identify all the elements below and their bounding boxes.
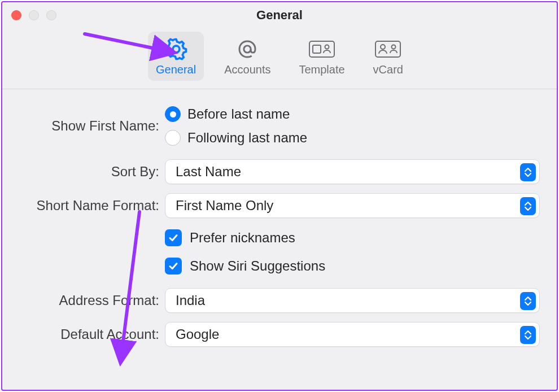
checkbox-label: Show Siri Suggestions [190, 258, 325, 274]
tab-label: vCard [373, 63, 403, 76]
svg-point-0 [173, 46, 180, 53]
tab-general[interactable]: General [148, 32, 204, 81]
svg-point-4 [325, 45, 329, 49]
svg-rect-3 [313, 45, 321, 53]
minimize-button[interactable] [29, 10, 39, 20]
radio-following-last-name[interactable]: Following last name [165, 130, 540, 146]
svg-point-7 [392, 45, 396, 49]
template-icon [308, 37, 336, 61]
label-default-account: Default Account: [19, 326, 165, 342]
checkmark-icon [165, 229, 182, 246]
vcard-icon [374, 37, 402, 61]
tab-label: General [156, 63, 196, 76]
tab-label: Template [299, 63, 344, 76]
preferences-window: General General Accounts [1, 1, 558, 391]
chevron-up-down-icon [520, 197, 536, 215]
zoom-button[interactable] [46, 10, 56, 20]
row-address-format: Address Format: India [19, 288, 540, 313]
tab-template[interactable]: Template [291, 32, 352, 81]
tab-label: Accounts [224, 63, 270, 76]
tab-vcard[interactable]: vCard [365, 32, 411, 81]
tab-accounts[interactable]: Accounts [216, 32, 278, 81]
label-sort-by: Sort By: [19, 164, 165, 180]
radio-label: Following last name [187, 130, 307, 146]
gear-icon [164, 37, 189, 61]
row-checkboxes: Prefer nicknames Show Siri Suggestions [19, 229, 540, 275]
checkbox-prefer-nicknames[interactable]: Prefer nicknames [165, 229, 540, 246]
select-value: India [176, 293, 205, 308]
row-short-name-format: Short Name Format: First Name Only [19, 193, 540, 218]
checkmark-icon [165, 258, 182, 275]
select-short-name-format[interactable]: First Name Only [165, 193, 540, 218]
select-address-format[interactable]: India [165, 288, 540, 313]
row-show-first-name: Show First Name: Before last name Follow… [19, 106, 540, 146]
at-sign-icon [235, 37, 259, 61]
radio-icon [165, 106, 181, 122]
chevron-up-down-icon [520, 326, 536, 344]
titlebar: General [2, 2, 557, 28]
close-button[interactable] [11, 10, 21, 20]
label-short-name-format: Short Name Format: [19, 198, 165, 214]
checkbox-show-siri-suggestions[interactable]: Show Siri Suggestions [165, 258, 540, 275]
checkbox-label: Prefer nicknames [190, 230, 295, 246]
window-title: General [2, 8, 557, 23]
toolbar: General Accounts Template [2, 28, 557, 89]
label-address-format: Address Format: [19, 293, 165, 308]
select-value: Google [176, 326, 219, 342]
window-controls [2, 10, 56, 20]
chevron-up-down-icon [520, 163, 536, 181]
svg-point-6 [381, 45, 385, 49]
row-default-account: Default Account: Google [19, 322, 540, 347]
svg-point-1 [244, 46, 251, 53]
chevron-up-down-icon [520, 292, 536, 310]
radio-before-last-name[interactable]: Before last name [165, 106, 540, 122]
select-sort-by[interactable]: Last Name [165, 159, 540, 184]
select-default-account[interactable]: Google [165, 322, 540, 347]
select-value: Last Name [176, 164, 241, 180]
radio-icon [165, 130, 181, 146]
radio-label: Before last name [187, 106, 290, 122]
label-show-first-name: Show First Name: [19, 118, 165, 134]
general-form: Show First Name: Before last name Follow… [2, 89, 557, 347]
row-sort-by: Sort By: Last Name [19, 159, 540, 184]
svg-rect-5 [375, 41, 400, 57]
select-value: First Name Only [176, 198, 273, 214]
